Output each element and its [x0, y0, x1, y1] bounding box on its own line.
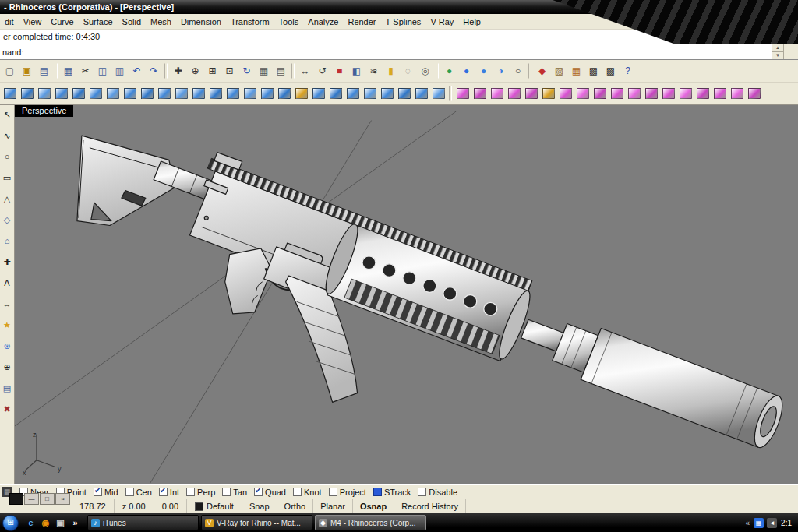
- boolean-union-icon[interactable]: [327, 86, 344, 102]
- sphere-icon[interactable]: [36, 86, 52, 102]
- spinner-up-icon[interactable]: ▲: [772, 44, 783, 52]
- zoom-window-icon[interactable]: ⊞: [204, 63, 221, 79]
- undo-icon[interactable]: ↶: [129, 63, 145, 79]
- text-tool-icon[interactable]: A: [1, 277, 13, 289]
- curve-tools-icon[interactable]: ∿: [1, 129, 13, 142]
- wireframe-display-icon[interactable]: ○: [510, 63, 526, 79]
- slab-icon[interactable]: [224, 86, 241, 102]
- pipe-icon[interactable]: [207, 86, 224, 102]
- surface-3points-icon[interactable]: [454, 86, 471, 102]
- internet-explorer-icon[interactable]: e: [25, 517, 37, 529]
- layer-tool-icon[interactable]: ▤: [1, 382, 13, 394]
- separator[interactable]: [164, 63, 168, 79]
- checkbox[interactable]: [254, 488, 263, 496]
- mirror-icon[interactable]: ◧: [348, 63, 365, 79]
- zoom-dynamic-icon[interactable]: ⊕: [187, 63, 203, 79]
- perspective-viewport-canvas[interactable]: z x y: [15, 105, 798, 484]
- material-icon[interactable]: ◆: [534, 63, 550, 79]
- extrude-along-curve-icon[interactable]: [276, 86, 292, 102]
- osnap-toggle[interactable]: Knot: [293, 488, 322, 497]
- patch-icon[interactable]: [591, 86, 608, 102]
- light-tool-icon[interactable]: ⊛: [1, 340, 13, 352]
- truncated-pyramid-icon[interactable]: [122, 86, 138, 102]
- join-icon[interactable]: ≋: [365, 63, 382, 79]
- viewport-layout-icon[interactable]: ▦: [256, 63, 272, 79]
- hide-object-icon[interactable]: ◌: [400, 63, 416, 79]
- window-titlebar[interactable]: - Rhinoceros (Corporativa) - [Perspectiv…: [0, 0, 798, 14]
- offset-surface-icon[interactable]: [626, 86, 642, 102]
- spinner-down-icon[interactable]: ▼: [772, 52, 783, 59]
- drape-icon[interactable]: [609, 86, 625, 102]
- osnap-toggle[interactable]: Tan: [222, 488, 247, 497]
- zoom-extents-icon[interactable]: ⊡: [221, 63, 238, 79]
- window-maximize-button[interactable]: □: [40, 493, 55, 505]
- menu-item[interactable]: Mesh: [146, 16, 176, 28]
- boolean-difference-icon[interactable]: [344, 86, 361, 102]
- status-pane[interactable]: Record History: [394, 499, 466, 513]
- window-minimize-button[interactable]: —: [24, 493, 39, 505]
- command-options-button[interactable]: [783, 44, 798, 59]
- tray-app-icon[interactable]: ▦: [754, 518, 764, 528]
- redo-icon[interactable]: ↷: [146, 63, 162, 79]
- viewport-perspective[interactable]: Perspective: [15, 105, 798, 484]
- sweep-1-rail-icon[interactable]: [557, 86, 574, 102]
- osnap-toggle[interactable]: Quad: [254, 488, 286, 497]
- menu-item[interactable]: Analyze: [303, 16, 343, 28]
- checkbox[interactable]: [159, 488, 168, 496]
- unroll-surface-icon[interactable]: [711, 86, 728, 102]
- menu-item[interactable]: T-Splines: [381, 16, 426, 28]
- named-views-icon[interactable]: ▤: [273, 63, 289, 79]
- revolve-icon[interactable]: [523, 86, 539, 102]
- tray-chevron[interactable]: «: [746, 519, 750, 527]
- solid-tools-icon[interactable]: ⌂: [1, 234, 13, 247]
- checkbox[interactable]: [373, 488, 382, 496]
- cone-icon[interactable]: [70, 86, 87, 102]
- save-icon[interactable]: ▤: [36, 63, 52, 79]
- checkbox[interactable]: [293, 488, 302, 496]
- texture-icon[interactable]: ▨: [551, 63, 567, 79]
- taskbar-button-vray[interactable]: V V-Ray for Rhino -- Mat...: [201, 515, 312, 530]
- rotate-view-icon[interactable]: ↻: [238, 63, 255, 79]
- checkbox[interactable]: [94, 488, 102, 496]
- select-arrow-icon[interactable]: ↖: [1, 108, 13, 121]
- wire-cut-icon[interactable]: [396, 86, 412, 102]
- environment-icon[interactable]: ▦: [568, 63, 584, 79]
- render-vehicle-icon[interactable]: ■: [331, 63, 348, 79]
- menu-item[interactable]: Solid: [118, 16, 146, 28]
- paraboloid-icon[interactable]: [156, 86, 172, 102]
- box-icon[interactable]: [2, 86, 18, 102]
- fillet-surface-icon[interactable]: [677, 86, 694, 102]
- menu-item[interactable]: Transform: [226, 16, 274, 28]
- polygon-tools-icon[interactable]: △: [1, 192, 13, 205]
- help-icon[interactable]: ?: [620, 63, 636, 79]
- delete-tool-icon[interactable]: ✖: [1, 403, 13, 415]
- chamfer-surface-icon[interactable]: [660, 86, 676, 102]
- plane-icon[interactable]: [242, 86, 258, 102]
- media-player-icon[interactable]: ◉: [40, 517, 51, 529]
- copy-icon[interactable]: ◫: [94, 63, 111, 79]
- menu-item[interactable]: Tools: [274, 16, 304, 28]
- tube-icon[interactable]: [190, 86, 207, 102]
- surface-tools-icon[interactable]: ◇: [1, 213, 13, 226]
- layer-pane[interactable]: Default: [187, 499, 242, 513]
- coordinate-x-pane[interactable]: 178.72: [72, 499, 115, 513]
- checkbox[interactable]: [418, 488, 426, 496]
- star-tool-icon[interactable]: ★: [1, 319, 13, 331]
- new-file-icon[interactable]: ▢: [2, 63, 18, 79]
- cap-holes-icon[interactable]: [310, 86, 327, 102]
- menu-item[interactable]: Render: [343, 16, 380, 28]
- taskbar-button-rhino[interactable]: ◆ M4 - Rhinoceros (Corp...: [315, 515, 426, 530]
- torus-icon[interactable]: [173, 86, 189, 102]
- sweep-2-rails-icon[interactable]: [574, 86, 591, 102]
- status-pane[interactable]: Snap: [242, 499, 277, 513]
- ellipsoid-icon[interactable]: [139, 86, 155, 102]
- surface-edge-curves-icon[interactable]: [471, 86, 488, 102]
- paste-icon[interactable]: ▥: [111, 63, 128, 79]
- render-icon[interactable]: ●: [441, 63, 457, 79]
- status-pane[interactable]: Planar: [313, 499, 353, 513]
- truncated-cone-icon[interactable]: [87, 86, 104, 102]
- blend-surface-icon[interactable]: [643, 86, 659, 102]
- osnap-toggle[interactable]: Int: [159, 488, 179, 497]
- transform-tools-icon[interactable]: ✚: [1, 255, 13, 268]
- tray-volume-icon[interactable]: ◄: [767, 518, 777, 528]
